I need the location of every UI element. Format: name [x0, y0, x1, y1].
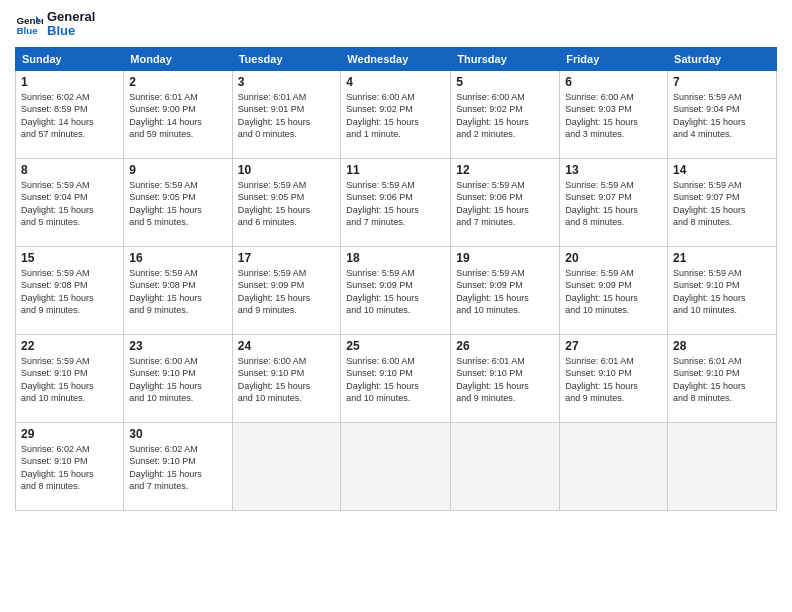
day-number: 16 [129, 251, 226, 265]
day-number: 1 [21, 75, 118, 89]
day-number: 25 [346, 339, 445, 353]
day-number: 4 [346, 75, 445, 89]
calendar-cell: 28Sunrise: 6:01 AM Sunset: 9:10 PM Dayli… [668, 334, 777, 422]
day-info: Sunrise: 6:01 AM Sunset: 9:01 PM Dayligh… [238, 91, 336, 141]
day-number: 5 [456, 75, 554, 89]
day-info: Sunrise: 6:02 AM Sunset: 9:10 PM Dayligh… [21, 443, 118, 493]
calendar-cell [560, 422, 668, 510]
calendar-cell: 16Sunrise: 5:59 AM Sunset: 9:08 PM Dayli… [124, 246, 232, 334]
weekday-saturday: Saturday [668, 47, 777, 70]
weekday-thursday: Thursday [451, 47, 560, 70]
day-number: 20 [565, 251, 662, 265]
calendar-cell [668, 422, 777, 510]
day-info: Sunrise: 5:59 AM Sunset: 9:09 PM Dayligh… [456, 267, 554, 317]
day-number: 17 [238, 251, 336, 265]
day-number: 14 [673, 163, 771, 177]
calendar-cell: 5Sunrise: 6:00 AM Sunset: 9:02 PM Daylig… [451, 70, 560, 158]
calendar-cell: 21Sunrise: 5:59 AM Sunset: 9:10 PM Dayli… [668, 246, 777, 334]
day-number: 30 [129, 427, 226, 441]
page: General Blue General Blue SundayMondayTu… [0, 0, 792, 612]
calendar-body: 1Sunrise: 6:02 AM Sunset: 8:59 PM Daylig… [16, 70, 777, 510]
day-info: Sunrise: 5:59 AM Sunset: 9:10 PM Dayligh… [673, 267, 771, 317]
svg-text:Blue: Blue [16, 25, 38, 36]
day-number: 22 [21, 339, 118, 353]
calendar-cell: 6Sunrise: 6:00 AM Sunset: 9:03 PM Daylig… [560, 70, 668, 158]
day-info: Sunrise: 6:00 AM Sunset: 9:10 PM Dayligh… [129, 355, 226, 405]
day-info: Sunrise: 6:00 AM Sunset: 9:10 PM Dayligh… [238, 355, 336, 405]
day-info: Sunrise: 6:01 AM Sunset: 9:00 PM Dayligh… [129, 91, 226, 141]
day-number: 18 [346, 251, 445, 265]
day-number: 24 [238, 339, 336, 353]
header: General Blue General Blue [15, 10, 777, 39]
day-info: Sunrise: 5:59 AM Sunset: 9:05 PM Dayligh… [238, 179, 336, 229]
day-info: Sunrise: 6:01 AM Sunset: 9:10 PM Dayligh… [456, 355, 554, 405]
calendar-cell: 12Sunrise: 5:59 AM Sunset: 9:06 PM Dayli… [451, 158, 560, 246]
calendar-cell [341, 422, 451, 510]
day-info: Sunrise: 5:59 AM Sunset: 9:09 PM Dayligh… [346, 267, 445, 317]
logo-icon: General Blue [15, 10, 43, 38]
day-info: Sunrise: 5:59 AM Sunset: 9:08 PM Dayligh… [129, 267, 226, 317]
calendar-week-1: 1Sunrise: 6:02 AM Sunset: 8:59 PM Daylig… [16, 70, 777, 158]
calendar-header: SundayMondayTuesdayWednesdayThursdayFrid… [16, 47, 777, 70]
day-number: 21 [673, 251, 771, 265]
calendar-cell: 19Sunrise: 5:59 AM Sunset: 9:09 PM Dayli… [451, 246, 560, 334]
calendar-cell: 22Sunrise: 5:59 AM Sunset: 9:10 PM Dayli… [16, 334, 124, 422]
day-number: 6 [565, 75, 662, 89]
calendar-cell: 9Sunrise: 5:59 AM Sunset: 9:05 PM Daylig… [124, 158, 232, 246]
day-info: Sunrise: 5:59 AM Sunset: 9:09 PM Dayligh… [238, 267, 336, 317]
calendar-cell: 2Sunrise: 6:01 AM Sunset: 9:00 PM Daylig… [124, 70, 232, 158]
day-number: 12 [456, 163, 554, 177]
calendar-cell: 4Sunrise: 6:00 AM Sunset: 9:02 PM Daylig… [341, 70, 451, 158]
day-info: Sunrise: 5:59 AM Sunset: 9:10 PM Dayligh… [21, 355, 118, 405]
calendar-cell: 7Sunrise: 5:59 AM Sunset: 9:04 PM Daylig… [668, 70, 777, 158]
calendar-cell [232, 422, 341, 510]
day-info: Sunrise: 6:02 AM Sunset: 8:59 PM Dayligh… [21, 91, 118, 141]
day-number: 8 [21, 163, 118, 177]
day-info: Sunrise: 6:00 AM Sunset: 9:10 PM Dayligh… [346, 355, 445, 405]
calendar-week-3: 15Sunrise: 5:59 AM Sunset: 9:08 PM Dayli… [16, 246, 777, 334]
day-number: 27 [565, 339, 662, 353]
day-info: Sunrise: 5:59 AM Sunset: 9:08 PM Dayligh… [21, 267, 118, 317]
calendar-week-5: 29Sunrise: 6:02 AM Sunset: 9:10 PM Dayli… [16, 422, 777, 510]
calendar-week-4: 22Sunrise: 5:59 AM Sunset: 9:10 PM Dayli… [16, 334, 777, 422]
calendar-table: SundayMondayTuesdayWednesdayThursdayFrid… [15, 47, 777, 511]
weekday-header-row: SundayMondayTuesdayWednesdayThursdayFrid… [16, 47, 777, 70]
day-number: 2 [129, 75, 226, 89]
day-info: Sunrise: 6:01 AM Sunset: 9:10 PM Dayligh… [565, 355, 662, 405]
calendar-cell: 15Sunrise: 5:59 AM Sunset: 9:08 PM Dayli… [16, 246, 124, 334]
day-number: 10 [238, 163, 336, 177]
calendar-cell: 27Sunrise: 6:01 AM Sunset: 9:10 PM Dayli… [560, 334, 668, 422]
calendar-cell [451, 422, 560, 510]
weekday-tuesday: Tuesday [232, 47, 341, 70]
weekday-monday: Monday [124, 47, 232, 70]
day-number: 11 [346, 163, 445, 177]
day-number: 23 [129, 339, 226, 353]
day-info: Sunrise: 6:01 AM Sunset: 9:10 PM Dayligh… [673, 355, 771, 405]
calendar-cell: 20Sunrise: 5:59 AM Sunset: 9:09 PM Dayli… [560, 246, 668, 334]
day-info: Sunrise: 5:59 AM Sunset: 9:07 PM Dayligh… [673, 179, 771, 229]
day-info: Sunrise: 5:59 AM Sunset: 9:06 PM Dayligh… [346, 179, 445, 229]
day-number: 7 [673, 75, 771, 89]
day-number: 29 [21, 427, 118, 441]
calendar-cell: 1Sunrise: 6:02 AM Sunset: 8:59 PM Daylig… [16, 70, 124, 158]
day-info: Sunrise: 6:02 AM Sunset: 9:10 PM Dayligh… [129, 443, 226, 493]
calendar-cell: 17Sunrise: 5:59 AM Sunset: 9:09 PM Dayli… [232, 246, 341, 334]
calendar-cell: 8Sunrise: 5:59 AM Sunset: 9:04 PM Daylig… [16, 158, 124, 246]
weekday-friday: Friday [560, 47, 668, 70]
calendar-cell: 30Sunrise: 6:02 AM Sunset: 9:10 PM Dayli… [124, 422, 232, 510]
calendar-week-2: 8Sunrise: 5:59 AM Sunset: 9:04 PM Daylig… [16, 158, 777, 246]
calendar-cell: 18Sunrise: 5:59 AM Sunset: 9:09 PM Dayli… [341, 246, 451, 334]
calendar-cell: 11Sunrise: 5:59 AM Sunset: 9:06 PM Dayli… [341, 158, 451, 246]
day-info: Sunrise: 6:00 AM Sunset: 9:02 PM Dayligh… [346, 91, 445, 141]
logo-blue: Blue [47, 24, 95, 38]
calendar-cell: 23Sunrise: 6:00 AM Sunset: 9:10 PM Dayli… [124, 334, 232, 422]
day-info: Sunrise: 5:59 AM Sunset: 9:06 PM Dayligh… [456, 179, 554, 229]
calendar-cell: 24Sunrise: 6:00 AM Sunset: 9:10 PM Dayli… [232, 334, 341, 422]
day-info: Sunrise: 6:00 AM Sunset: 9:03 PM Dayligh… [565, 91, 662, 141]
calendar-cell: 3Sunrise: 6:01 AM Sunset: 9:01 PM Daylig… [232, 70, 341, 158]
day-number: 26 [456, 339, 554, 353]
day-number: 19 [456, 251, 554, 265]
day-number: 15 [21, 251, 118, 265]
weekday-sunday: Sunday [16, 47, 124, 70]
calendar-cell: 29Sunrise: 6:02 AM Sunset: 9:10 PM Dayli… [16, 422, 124, 510]
